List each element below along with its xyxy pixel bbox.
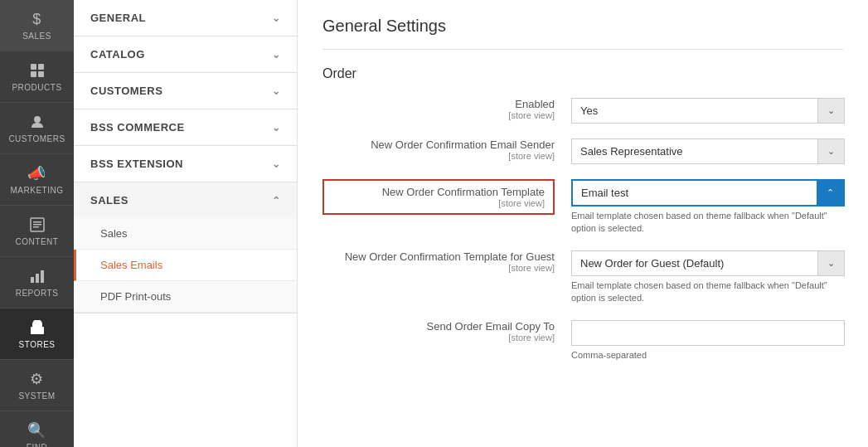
hint-guest-template: Email template chosen based on theme fal… xyxy=(571,279,845,305)
chevron-down-icon: ⌄ xyxy=(272,49,281,61)
sidebar-item-label: MARKETING xyxy=(11,186,64,195)
section-heading: Order xyxy=(322,66,843,81)
nav-sub-items-sales: Sales Sales Emails PDF Print-outs xyxy=(74,218,297,313)
svg-rect-8 xyxy=(33,226,39,228)
select-value-enabled: Yes xyxy=(572,99,817,123)
field-store-view-enabled: [store view] xyxy=(322,110,555,120)
svg-rect-6 xyxy=(33,221,41,223)
text-wrapper-email-copy[interactable] xyxy=(571,320,845,346)
form-row-enabled: Enabled [store view] Yes ⌄ xyxy=(322,98,843,124)
form-label-col-email-copy: Send Order Email Copy To [store view] xyxy=(322,320,571,343)
nav-panel: GENERAL ⌄ CATALOG ⌄ CUSTOMERS ⌄ BSS COMM… xyxy=(74,0,298,447)
svg-rect-10 xyxy=(36,274,39,283)
svg-point-4 xyxy=(34,116,41,123)
field-label-order-template: New Order Confirmation Template xyxy=(332,186,545,198)
sidebar-item-label: CONTENT xyxy=(16,237,59,246)
sidebar-item-system[interactable]: ⚙ SYSTEM xyxy=(0,360,74,411)
nav-section-label: BSS EXTENSION xyxy=(90,158,183,170)
field-store-view-email-sender: [store view] xyxy=(322,151,555,161)
nav-section-header-bss-extension[interactable]: BSS EXTENSION ⌄ xyxy=(74,146,297,182)
sales-icon: $ xyxy=(28,10,46,28)
sidebar-item-label: PRODUCTS xyxy=(12,83,61,92)
chevron-down-icon: ⌄ xyxy=(272,12,281,24)
select-wrapper-email-sender[interactable]: Sales Representative ⌄ xyxy=(571,138,845,164)
sidebar-item-stores[interactable]: STORES xyxy=(0,309,74,360)
nav-section-bss-commerce: BSS COMMERCE ⌄ xyxy=(74,109,297,146)
sidebar-item-marketing[interactable]: 📣 MARKETING xyxy=(0,154,74,206)
select-value-order-template: Email test xyxy=(573,181,817,205)
nav-section-label: CUSTOMERS xyxy=(90,85,162,97)
nav-sub-item-sales[interactable]: Sales xyxy=(74,218,297,250)
chevron-down-icon: ⌄ xyxy=(272,85,281,97)
sidebar-item-sales[interactable]: $ SALES xyxy=(0,0,74,51)
nav-section-customers: CUSTOMERS ⌄ xyxy=(74,73,297,109)
text-input-email-copy[interactable] xyxy=(572,321,844,345)
form-control-email-sender: Sales Representative ⌄ xyxy=(571,138,845,164)
form-control-order-template: Email test ⌃ Email template chosen based… xyxy=(571,179,845,236)
svg-rect-2 xyxy=(31,71,36,77)
nav-sub-item-sales-emails[interactable]: Sales Emails xyxy=(74,250,297,281)
select-wrapper-enabled[interactable]: Yes ⌄ xyxy=(571,98,845,124)
form-label-col-enabled: Enabled [store view] xyxy=(322,98,571,120)
svg-rect-1 xyxy=(38,64,44,70)
select-value-guest-template: New Order for Guest (Default) xyxy=(572,251,817,275)
customers-icon xyxy=(28,113,46,131)
sidebar-item-reports[interactable]: REPORTS xyxy=(0,257,74,309)
sidebar-item-customers[interactable]: CUSTOMERS xyxy=(0,103,74,154)
svg-rect-11 xyxy=(41,270,44,283)
sidebar-item-content[interactable]: CONTENT xyxy=(0,206,74,257)
marketing-icon: 📣 xyxy=(28,164,46,182)
select-wrapper-guest-template[interactable]: New Order for Guest (Default) ⌄ xyxy=(571,250,845,276)
select-arrow-guest-template[interactable]: ⌄ xyxy=(817,251,844,275)
chevron-down-icon: ⌄ xyxy=(272,158,281,170)
field-store-view-guest-template: [store view] xyxy=(322,263,555,273)
nav-section-label: GENERAL xyxy=(90,12,146,24)
form-label-col-order-template: New Order Confirmation Template [store v… xyxy=(322,179,571,215)
nav-section-label: BSS COMMERCE xyxy=(90,121,185,134)
nav-section-header-customers[interactable]: CUSTOMERS ⌄ xyxy=(74,73,297,109)
nav-section-header-sales[interactable]: SALES ⌃ xyxy=(74,182,297,218)
select-wrapper-order-template[interactable]: Email test ⌃ xyxy=(571,179,845,206)
form-row-email-sender: New Order Confirmation Email Sender [sto… xyxy=(322,138,843,164)
nav-section-header-catalog[interactable]: CATALOG ⌄ xyxy=(74,36,297,72)
nav-section-header-general[interactable]: GENERAL ⌄ xyxy=(74,0,297,36)
select-value-email-sender: Sales Representative xyxy=(572,139,817,163)
find-partners-icon: 🔍 xyxy=(28,421,46,440)
page-title: General Settings xyxy=(322,17,843,36)
sidebar-item-label: FIND PARTNERS xyxy=(4,443,70,447)
chevron-up-icon: ⌃ xyxy=(272,195,281,206)
nav-section-general: GENERAL ⌄ xyxy=(74,0,297,36)
section-divider xyxy=(322,49,843,50)
svg-rect-9 xyxy=(31,277,34,283)
select-arrow-order-template[interactable]: ⌃ xyxy=(817,181,843,205)
select-arrow-email-sender[interactable]: ⌄ xyxy=(817,139,844,163)
label-highlighted-order-template: New Order Confirmation Template [store v… xyxy=(322,179,555,215)
field-store-view-order-template: [store view] xyxy=(332,198,545,208)
products-icon xyxy=(28,61,46,80)
form-row-order-template: New Order Confirmation Template [store v… xyxy=(322,179,843,236)
sidebar-item-label: SYSTEM xyxy=(18,391,55,401)
nav-sub-item-pdf-printouts[interactable]: PDF Print-outs xyxy=(74,281,297,313)
sidebar-item-label: SALES xyxy=(22,32,51,41)
hint-order-template: Email template chosen based on theme fal… xyxy=(571,210,845,236)
form-label-col-guest-template: New Order Confirmation Template for Gues… xyxy=(322,250,571,273)
chevron-down-icon: ⌄ xyxy=(272,122,281,134)
field-label-email-copy: Send Order Email Copy To xyxy=(322,320,555,333)
sidebar-item-find-partners[interactable]: 🔍 FIND PARTNERS xyxy=(0,411,74,447)
field-store-view-email-copy: [store view] xyxy=(322,333,555,343)
field-label-enabled: Enabled xyxy=(322,98,555,110)
form-control-enabled: Yes ⌄ xyxy=(571,98,845,124)
form-row-email-copy: Send Order Email Copy To [store view] Co… xyxy=(322,320,843,362)
sidebar-item-products[interactable]: PRODUCTS xyxy=(0,51,74,103)
nav-section-header-bss-commerce[interactable]: BSS COMMERCE ⌄ xyxy=(74,109,297,145)
field-label-email-sender: New Order Confirmation Email Sender xyxy=(322,138,555,151)
nav-section-label: CATALOG xyxy=(90,48,145,61)
svg-rect-3 xyxy=(38,71,44,77)
field-label-guest-template: New Order Confirmation Template for Gues… xyxy=(322,250,555,263)
sidebar-item-label: REPORTS xyxy=(16,289,59,298)
select-arrow-enabled[interactable]: ⌄ xyxy=(817,99,844,123)
hint-email-copy: Comma-separated xyxy=(571,349,845,362)
system-icon: ⚙ xyxy=(28,370,46,388)
main-content: General Settings Order Enabled [store vi… xyxy=(298,0,868,447)
nav-section-label: SALES xyxy=(90,194,129,206)
